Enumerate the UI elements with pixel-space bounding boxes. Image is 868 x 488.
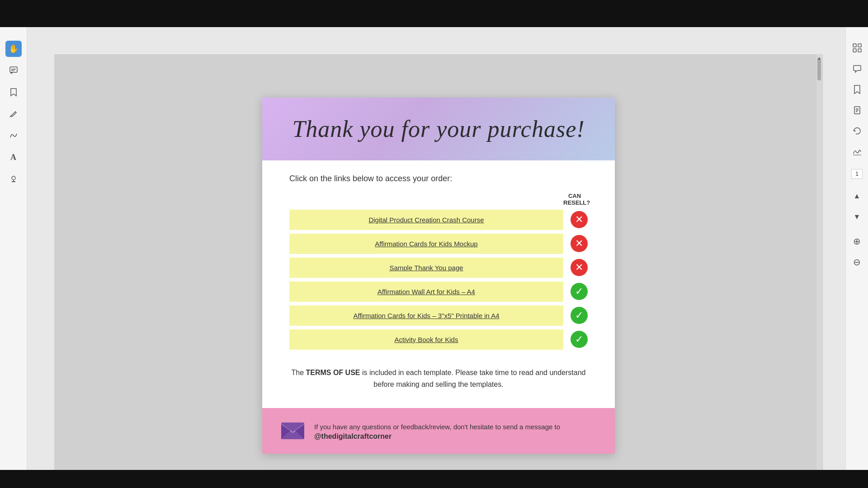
- link-digital-product[interactable]: Digital Product Creation Crash Course: [289, 210, 563, 230]
- thumbnail-panel-icon[interactable]: [850, 41, 864, 55]
- terms-suffix: is included in each template. Please tak…: [360, 369, 586, 388]
- bookmark-tool[interactable]: [5, 84, 22, 100]
- svg-rect-9: [853, 49, 856, 52]
- svg-rect-8: [858, 44, 861, 47]
- page-number-display[interactable]: 1: [851, 169, 863, 179]
- refresh-icon[interactable]: [850, 124, 864, 138]
- contact-info: If you have any questions or feedback/re…: [314, 422, 560, 441]
- link-row-2: Affirmation Cards for Kids Mockup ✕: [289, 234, 588, 254]
- bottom-banner: If you have any questions or feedback/re…: [262, 408, 615, 454]
- top-banner: Thank you for your purchase!: [262, 98, 615, 160]
- scrollbar-track[interactable]: ▲ ▼: [816, 54, 822, 488]
- scroll-down-control[interactable]: ▼: [850, 210, 864, 224]
- link-row-6: Activity Book for Kids ✓: [289, 329, 588, 350]
- link-affirmation-mockup[interactable]: Affirmation Cards for Kids Mockup: [289, 234, 563, 254]
- zoom-in-button[interactable]: ⊕: [850, 234, 864, 249]
- link-affirmation-wall-art[interactable]: Affirmation Wall Art for Kids – A4: [289, 282, 563, 302]
- signature-icon[interactable]: [850, 145, 864, 159]
- zoom-out-button[interactable]: ⊖: [850, 255, 864, 269]
- draw-tool[interactable]: [5, 127, 22, 144]
- link-activity-book[interactable]: Activity Book for Kids: [289, 329, 563, 350]
- instruction-text: Click on the links below to access your …: [289, 174, 588, 183]
- svg-rect-0: [10, 67, 17, 72]
- bookmarks-panel-icon[interactable]: [850, 82, 864, 97]
- terms-prefix: The: [291, 369, 306, 376]
- svg-point-3: [12, 176, 15, 180]
- scroll-up-control[interactable]: ▲: [850, 189, 864, 203]
- resell-status-4: ✓: [571, 283, 588, 300]
- link-affirmation-cards-printable[interactable]: Affirmation Cards for Kids – 3"x5" Print…: [289, 305, 563, 326]
- contact-message: If you have any questions or feedback/re…: [314, 423, 560, 431]
- attachments-panel-icon[interactable]: [850, 103, 864, 117]
- resell-status-3: ✕: [571, 259, 588, 276]
- hand-tool[interactable]: ✋: [5, 41, 22, 57]
- resell-status-2: ✕: [571, 235, 588, 252]
- mail-icon: [280, 421, 305, 441]
- can-resell-header-row: CAN RESELL?: [289, 192, 588, 206]
- link-row-1: Digital Product Creation Crash Course ✕: [289, 210, 588, 230]
- left-sidebar: ✋ A: [0, 0, 27, 488]
- bottom-bar: [0, 470, 868, 488]
- top-bar: [0, 0, 868, 27]
- text-tool[interactable]: A: [5, 149, 22, 165]
- contact-handle: @thedigitalcraftcorner: [314, 432, 392, 440]
- terms-section: The TERMS OF USE is included in each tem…: [289, 367, 588, 390]
- svg-rect-10: [858, 49, 861, 52]
- link-row-3: Sample Thank You page ✕: [289, 258, 588, 278]
- svg-rect-7: [853, 44, 856, 47]
- resell-status-5: ✓: [571, 307, 588, 324]
- links-section: CAN RESELL? Digital Product Creation Cra…: [289, 192, 588, 353]
- content-area: Click on the links below to access your …: [262, 160, 615, 408]
- main-area: Thank you for your purchase! Click on th…: [54, 54, 823, 488]
- comment-tool[interactable]: [5, 62, 22, 79]
- link-row-5: Affirmation Cards for Kids – 3"x5" Print…: [289, 305, 588, 326]
- scroll-up-arrow[interactable]: ▲: [816, 54, 822, 61]
- stamp-tool[interactable]: [5, 171, 22, 187]
- right-sidebar: 1 ▲ ▼ ⊕ ⊖: [845, 0, 868, 488]
- link-row-4: Affirmation Wall Art for Kids – A4 ✓: [289, 282, 588, 302]
- link-sample-thank-you[interactable]: Sample Thank You page: [289, 258, 563, 278]
- terms-bold: TERMS OF USE: [306, 369, 360, 376]
- resell-status-6: ✓: [571, 331, 588, 348]
- thank-you-heading: Thank you for your purchase!: [276, 116, 601, 142]
- resell-status-1: ✕: [571, 211, 588, 228]
- can-resell-header: CAN RESELL?: [563, 192, 586, 206]
- pen-tool[interactable]: [5, 106, 22, 122]
- comments-panel-icon[interactable]: [850, 61, 864, 76]
- document-page: Thank you for your purchase! Click on th…: [262, 98, 615, 454]
